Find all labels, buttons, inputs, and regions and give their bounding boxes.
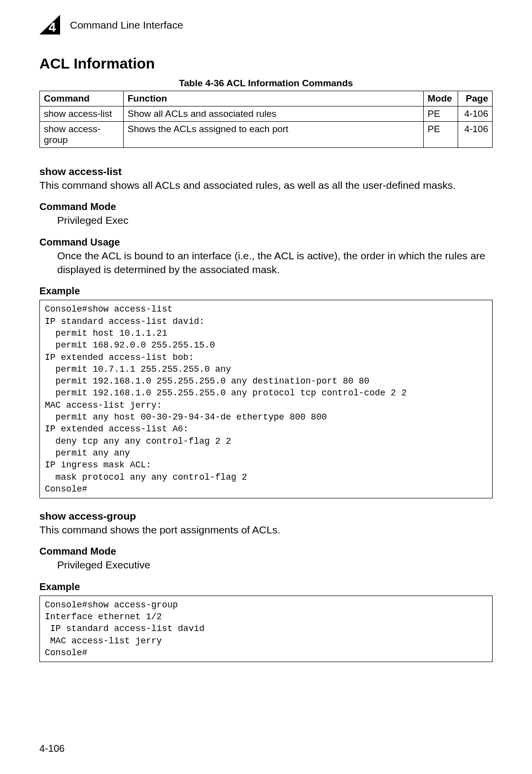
td-function: Shows the ACLs assigned to each port — [124, 122, 424, 148]
th-function: Function — [124, 91, 424, 106]
th-page: Page — [458, 91, 493, 106]
section-heading-show-access-group: show access-group — [39, 510, 493, 522]
chapter-number-icon: 4 — [39, 15, 60, 35]
td-page: 4-106 — [458, 106, 493, 122]
example-label: Example — [39, 581, 493, 593]
td-mode: PE — [424, 122, 458, 148]
td-function: Show all ACLs and associated rules — [124, 106, 424, 122]
table-row: show access-list Show all ACLs and assoc… — [40, 106, 493, 122]
svg-text:4: 4 — [49, 20, 56, 35]
td-command: show access-group — [40, 122, 124, 148]
th-mode: Mode — [424, 91, 458, 106]
example-label: Example — [39, 285, 493, 297]
example-code-block: Console#show access-list IP standard acc… — [39, 300, 493, 498]
section-description: This command shows all ACLs and associat… — [39, 178, 493, 192]
table-row: show access-group Shows the ACLs assigne… — [40, 122, 493, 148]
example-code-block: Console#show access-group Interface ethe… — [39, 596, 493, 662]
table-header-row: Command Function Mode Page — [40, 91, 493, 106]
command-usage-value: Once the ACL is bound to an interface (i… — [57, 249, 493, 277]
acl-commands-table: Command Function Mode Page show access-l… — [39, 91, 493, 148]
header-title: Command Line Interface — [70, 19, 183, 31]
td-page: 4-106 — [458, 122, 493, 148]
th-command: Command — [40, 91, 124, 106]
command-mode-label: Command Mode — [39, 201, 493, 212]
section-heading-show-access-list: show access-list — [39, 166, 493, 177]
command-mode-value: Privileged Executive — [57, 558, 493, 572]
td-command: show access-list — [40, 106, 124, 122]
command-usage-label: Command Usage — [39, 237, 493, 248]
command-mode-value: Privileged Exec — [57, 213, 493, 227]
section-description: This command shows the port assignments … — [39, 523, 493, 537]
command-mode-label: Command Mode — [39, 546, 493, 557]
page-header: 4 Command Line Interface — [39, 15, 493, 35]
page-number: 4-106 — [39, 743, 65, 754]
table-caption: Table 4-36 ACL Information Commands — [39, 78, 493, 89]
td-mode: PE — [424, 106, 458, 122]
main-heading: ACL Information — [39, 55, 493, 72]
